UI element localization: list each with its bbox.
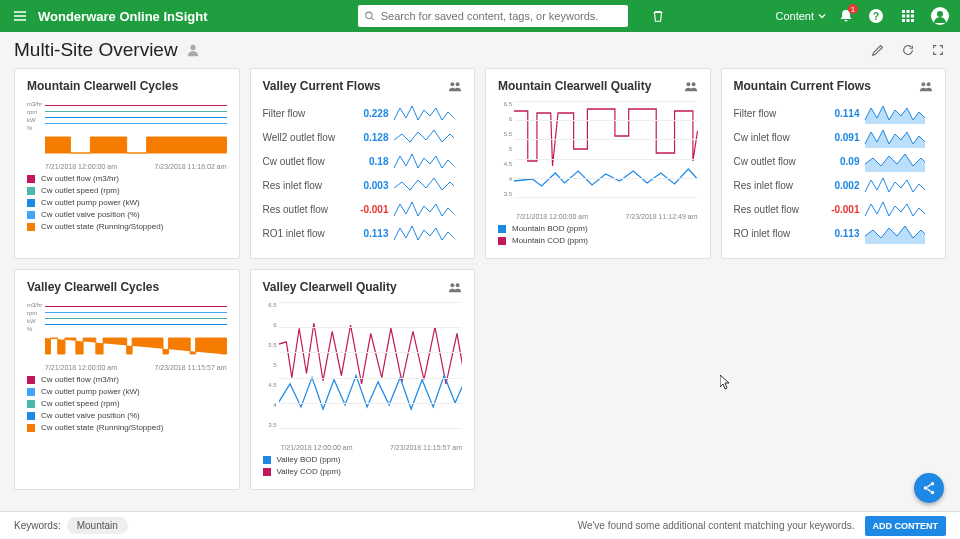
flow-value: -0.001 bbox=[816, 204, 860, 215]
svg-point-0 bbox=[365, 12, 371, 18]
keyword-chip[interactable]: Mountain bbox=[67, 517, 128, 534]
card-title: Valley Current Flows bbox=[263, 79, 381, 93]
trash-icon[interactable] bbox=[648, 6, 668, 26]
flow-label: Cw outlet flow bbox=[734, 156, 816, 167]
card-title: Valley Clearwell Quality bbox=[263, 280, 397, 294]
share-fab[interactable] bbox=[914, 473, 944, 503]
svg-rect-6 bbox=[902, 15, 905, 18]
refresh-icon[interactable] bbox=[900, 42, 916, 58]
content-label: Content bbox=[775, 10, 814, 22]
card-title: Valley Clearwell Cycles bbox=[27, 280, 159, 294]
flow-row[interactable]: Res inlet flow0.002 bbox=[734, 173, 934, 197]
search-input[interactable] bbox=[381, 10, 622, 22]
quality-chart[interactable]: 6.565.554.543.5 bbox=[498, 101, 698, 211]
svg-rect-7 bbox=[907, 15, 910, 18]
legend-item: Mountain COD (ppm) bbox=[498, 236, 698, 245]
time-labels: 7/21/2018 12:00:00 am 7/23/2018 11:16:02… bbox=[45, 163, 227, 170]
flow-table: Filter flow0.114Cw inlet flow0.091Cw out… bbox=[734, 101, 934, 245]
legend-item: Valley BOD (ppm) bbox=[263, 455, 463, 464]
flow-row[interactable]: Cw inlet flow0.091 bbox=[734, 125, 934, 149]
svg-point-19 bbox=[921, 82, 925, 86]
notifications-icon[interactable]: 1 bbox=[838, 8, 854, 24]
legend-item: Mountain BOD (ppm) bbox=[498, 224, 698, 233]
flow-row[interactable]: Cw outlet flow0.09 bbox=[734, 149, 934, 173]
card-valley-flows: Valley Current Flows Filter flow0.228Wel… bbox=[250, 68, 476, 259]
flow-value: 0.228 bbox=[345, 108, 389, 119]
flow-row[interactable]: Filter flow0.114 bbox=[734, 101, 934, 125]
flow-row[interactable]: Cw outlet flow0.18 bbox=[263, 149, 463, 173]
legend-item: Cw outlet valve position (%) bbox=[27, 411, 227, 420]
edit-icon[interactable] bbox=[870, 42, 886, 58]
svg-point-14 bbox=[190, 45, 195, 50]
cycle-chart[interactable]: m3/hr rpm kW % bbox=[27, 302, 227, 362]
svg-point-15 bbox=[450, 82, 454, 86]
apps-icon[interactable] bbox=[898, 6, 918, 26]
legend-item: Cw outlet valve position (%) bbox=[27, 210, 227, 219]
share-icon[interactable] bbox=[919, 80, 933, 92]
time-labels: 7/21/2018 12:00:00 am 7/23/2018 11:15:57… bbox=[45, 364, 227, 371]
svg-rect-5 bbox=[911, 10, 914, 13]
flow-row[interactable]: RO inlet flow0.113 bbox=[734, 221, 934, 245]
flow-value: 0.113 bbox=[816, 228, 860, 239]
brand-label: Wonderware Online InSight bbox=[38, 9, 208, 24]
share-icon[interactable] bbox=[448, 281, 462, 293]
card-title: Mountain Current Flows bbox=[734, 79, 871, 93]
time-labels: 7/21/2018 12:00:00 am 7/23/2018 11:15:57… bbox=[281, 444, 463, 451]
flow-row[interactable]: Res inlet flow0.003 bbox=[263, 173, 463, 197]
svg-point-25 bbox=[931, 491, 935, 495]
help-icon[interactable]: ? bbox=[866, 6, 886, 26]
flow-value: 0.002 bbox=[816, 180, 860, 191]
legend-item: Cw outlet speed (rpm) bbox=[27, 186, 227, 195]
legend: Mountain BOD (ppm)Mountain COD (ppm) bbox=[498, 224, 698, 245]
search-box[interactable] bbox=[358, 5, 628, 27]
card-title: Mountain Clearwell Quality bbox=[498, 79, 651, 93]
page-title: Multi-Site Overview bbox=[14, 39, 178, 61]
svg-point-17 bbox=[686, 82, 690, 86]
card-mountain-cycles: Mountain Clearwell Cycles m3/hr rpm kW %… bbox=[14, 68, 240, 259]
flow-row[interactable]: Res outlet flow-0.001 bbox=[263, 197, 463, 221]
flow-label: Res inlet flow bbox=[734, 180, 816, 191]
flow-row[interactable]: Filter flow0.228 bbox=[263, 101, 463, 125]
svg-rect-10 bbox=[907, 19, 910, 22]
footer-bar: Keywords: Mountain We've found some addi… bbox=[0, 511, 960, 539]
fullscreen-icon[interactable] bbox=[930, 42, 946, 58]
quality-chart[interactable]: 6.565.554.543.5 bbox=[263, 302, 463, 442]
flow-value: 0.113 bbox=[345, 228, 389, 239]
hamburger-icon[interactable] bbox=[10, 6, 30, 26]
flow-row[interactable]: Res outlet flow-0.001 bbox=[734, 197, 934, 221]
flow-label: RO1 inlet flow bbox=[263, 228, 345, 239]
app-header: Wonderware Online InSight Content 1 ? bbox=[0, 0, 960, 32]
svg-point-24 bbox=[924, 486, 928, 490]
flow-label: Filter flow bbox=[734, 108, 816, 119]
legend: Valley BOD (ppm)Valley COD (ppm) bbox=[263, 455, 463, 476]
svg-point-23 bbox=[931, 482, 935, 486]
flow-value: -0.001 bbox=[345, 204, 389, 215]
flow-row[interactable]: Well2 outlet flow0.128 bbox=[263, 125, 463, 149]
flow-row[interactable]: RO1 inlet flow0.113 bbox=[263, 221, 463, 245]
content-dropdown[interactable]: Content bbox=[775, 10, 826, 22]
flow-label: Filter flow bbox=[263, 108, 345, 119]
share-icon[interactable] bbox=[448, 80, 462, 92]
share-icon[interactable] bbox=[684, 80, 698, 92]
search-icon bbox=[364, 10, 375, 22]
flow-label: Res outlet flow bbox=[734, 204, 816, 215]
svg-point-22 bbox=[456, 283, 460, 287]
cycle-chart[interactable]: m3/hr rpm kW % bbox=[27, 101, 227, 161]
svg-point-13 bbox=[937, 11, 943, 17]
legend-item: Cw outlet flow (m3/hr) bbox=[27, 174, 227, 183]
card-mountain-quality: Mountain Clearwell Quality 6.565.554.543… bbox=[485, 68, 711, 259]
add-content-button[interactable]: ADD CONTENT bbox=[865, 516, 947, 536]
user-avatar-icon[interactable] bbox=[930, 6, 950, 26]
flow-label: Res inlet flow bbox=[263, 180, 345, 191]
svg-rect-3 bbox=[902, 10, 905, 13]
legend-item: Cw outlet state (Running/Stopped) bbox=[27, 423, 227, 432]
flow-label: Cw outlet flow bbox=[263, 156, 345, 167]
notification-badge: 1 bbox=[848, 4, 858, 14]
flow-value: 0.003 bbox=[345, 180, 389, 191]
chevron-down-icon bbox=[818, 12, 826, 20]
card-title: Mountain Clearwell Cycles bbox=[27, 79, 178, 93]
shared-person-icon bbox=[186, 43, 200, 57]
legend-item: Cw outlet speed (rpm) bbox=[27, 399, 227, 408]
flow-value: 0.114 bbox=[816, 108, 860, 119]
svg-point-20 bbox=[927, 82, 931, 86]
